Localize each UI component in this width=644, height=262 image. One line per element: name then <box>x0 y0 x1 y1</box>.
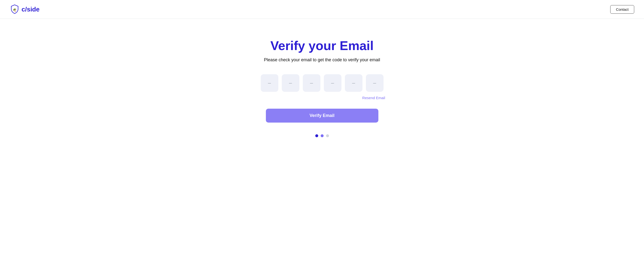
page-title: Verify your Email <box>270 38 374 53</box>
svg-text:🌴: 🌴 <box>13 8 17 12</box>
page-subtitle: Please check your email to get the code … <box>264 57 380 63</box>
step-dot-1 <box>315 134 318 137</box>
step-dot-2 <box>321 134 324 137</box>
step-dot-3 <box>326 134 329 137</box>
otp-input-5[interactable] <box>345 74 362 92</box>
resend-email-button[interactable]: Resend Email <box>362 96 385 100</box>
step-dots <box>315 134 329 137</box>
logo-text: c/side <box>22 6 40 13</box>
otp-inputs <box>261 74 384 92</box>
resend-area: Resend Email <box>259 96 385 100</box>
otp-input-1[interactable] <box>261 74 278 92</box>
verify-email-button[interactable]: Verify Email <box>266 109 378 123</box>
logo-icon: 🌴 <box>10 4 20 14</box>
otp-input-6[interactable] <box>366 74 384 92</box>
header: 🌴 c/side Contact <box>0 0 644 19</box>
otp-input-2[interactable] <box>282 74 300 92</box>
otp-input-3[interactable] <box>303 74 320 92</box>
contact-button[interactable]: Contact <box>610 5 634 14</box>
main-content: Verify your Email Please check your emai… <box>0 19 644 152</box>
otp-input-4[interactable] <box>324 74 342 92</box>
logo-area: 🌴 c/side <box>10 4 40 14</box>
